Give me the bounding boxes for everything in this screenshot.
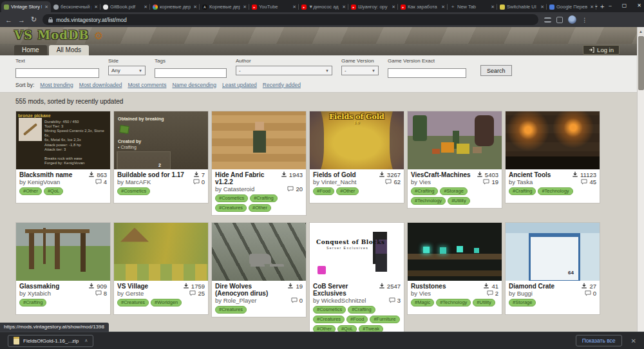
tag-badge[interactable]: #Other <box>19 187 42 195</box>
tag-badge[interactable]: #Crafting <box>19 299 46 307</box>
scrollbar-thumb[interactable] <box>638 36 644 90</box>
mod-title[interactable]: Diamond Crate <box>509 283 554 290</box>
mod-card[interactable]: 64 Diamond Crate 27 by Buggi <box>505 222 600 315</box>
browser-tab[interactable]: Корневые дер ✕ <box>200 1 249 12</box>
show-all-downloads-button[interactable]: Показать все <box>576 335 622 346</box>
tag-badge[interactable]: #Crafting <box>250 194 277 202</box>
browser-tab[interactable]: New Tab ✕ <box>448 1 497 12</box>
tag-badge[interactable]: #Utility <box>448 197 470 205</box>
tag-badge[interactable]: #QoL <box>337 325 357 332</box>
tag-badge[interactable]: #Other <box>249 204 271 212</box>
filter-select[interactable]: Any▼ <box>108 66 146 75</box>
sort-link[interactable]: Most trending <box>40 82 73 88</box>
tab-close-icon[interactable]: ✕ <box>292 5 296 10</box>
mod-thumbnail[interactable]: Fields of Gold1.0 <box>310 111 404 169</box>
page-scrollbar[interactable]: ▲ <box>637 27 644 332</box>
tab-close-icon[interactable]: ✕ <box>143 5 147 10</box>
tag-badge[interactable]: #Tweak <box>359 325 383 332</box>
download-bar-close-icon[interactable]: ✕ <box>631 337 636 344</box>
tag-badge[interactable]: #Other <box>313 325 336 332</box>
mod-thumbnail[interactable] <box>114 223 208 281</box>
close-button[interactable]: ✕ <box>637 3 641 8</box>
forward-button[interactable]: → <box>18 16 25 24</box>
tag-badge[interactable]: #Crafting <box>348 306 375 314</box>
tag-badge[interactable]: #Worldgen <box>151 299 182 307</box>
back-button[interactable]: ← <box>5 16 12 24</box>
sort-link[interactable]: Least updated <box>222 82 257 88</box>
tag-badge[interactable]: #Creatures <box>313 316 345 323</box>
mod-title[interactable]: Glassmaking <box>19 283 59 290</box>
filter-select[interactable]: -▼ <box>341 66 379 75</box>
reload-button[interactable]: ↻ <box>31 15 37 24</box>
tag-badge[interactable]: #Crafting <box>411 187 438 195</box>
mod-card[interactable]: VS Village 1759 by Gerste 25 <box>113 222 209 315</box>
mod-card[interactable]: bronze pickaxeDurability: 450 / 450Tool … <box>15 111 111 203</box>
browser-tab[interactable]: бесконечный р ✕ <box>51 1 100 12</box>
tag-badge[interactable]: #Magic <box>411 299 434 307</box>
mod-title[interactable]: VS Village <box>117 283 148 290</box>
mod-thumbnail[interactable]: 64 <box>506 223 600 281</box>
tag-badge[interactable]: #Storage <box>509 299 536 307</box>
tag-badge[interactable]: #Technology <box>411 197 446 205</box>
tab-close-icon[interactable]: ✕ <box>540 5 544 10</box>
browser-tab[interactable]: Шуангоу: ору ✕ <box>348 1 398 12</box>
tag-badge[interactable]: #Cosmetics <box>215 194 248 202</box>
mod-title[interactable]: Fields of Gold <box>313 171 356 178</box>
extension-icon[interactable] <box>556 17 563 23</box>
tag-badge[interactable]: #Food <box>346 316 368 323</box>
tag-badge[interactable]: #Technology <box>538 187 573 195</box>
maximize-button[interactable]: ▢ <box>622 3 627 8</box>
tag-badge[interactable]: #Cosmetics <box>313 306 346 314</box>
browser-tab[interactable]: Switchable UI - ✕ <box>497 1 547 12</box>
sort-link[interactable]: Name descending <box>172 82 216 88</box>
tag-badge[interactable]: #Creatures <box>117 299 149 307</box>
scrollbar-up-arrow-icon[interactable]: ▲ <box>638 27 644 35</box>
mod-title[interactable]: ViesCraft-Machines <box>411 171 471 178</box>
mod-card[interactable]: Ancient Tools 11123 by Taska 45 <box>505 111 600 203</box>
mod-thumbnail[interactable]: Obtained by breakingCreated by• Crafting… <box>114 111 208 169</box>
tab-close-icon[interactable]: ✕ <box>93 5 98 10</box>
tag-badge[interactable]: #Crafting <box>509 187 536 195</box>
mod-card[interactable]: Conquest of BlocksServer Exclusives CoB … <box>309 222 404 332</box>
site-logo[interactable]: VS ModDB ⚙ <box>14 28 104 42</box>
tab-close-icon[interactable]: ✕ <box>44 5 48 10</box>
tag-badge[interactable]: #QoL <box>44 187 63 195</box>
url-bar[interactable]: mods.vintagestory.at/list/mod <box>43 14 538 25</box>
browser-tab[interactable]: YouTube ✕ <box>249 1 299 12</box>
browser-tab[interactable]: Как заработа ✕ <box>398 1 448 12</box>
filter-input[interactable] <box>15 68 99 78</box>
browser-tab[interactable]: GitBook.pdf ✕ <box>100 1 150 12</box>
mod-title[interactable]: Buildable sod for 1.17 <box>117 171 184 178</box>
browser-tab[interactable]: Vintage Story M ✕ <box>1 1 51 12</box>
mod-card[interactable]: Ruststones 41 by Vies 2 <box>407 222 502 315</box>
browser-menu-icon[interactable]: ⋮ <box>582 17 587 23</box>
tab-close-icon[interactable]: ✕ <box>589 5 594 10</box>
mod-card[interactable]: Obtained by breakingCreated by• Crafting… <box>113 111 209 203</box>
mod-thumbnail[interactable]: Conquest of BlocksServer Exclusives <box>310 223 404 281</box>
tag-badge[interactable]: #Creatures <box>215 204 247 212</box>
mod-thumbnail[interactable] <box>506 111 600 169</box>
mod-title[interactable]: CoB Server Exclusives <box>313 283 376 297</box>
mod-thumbnail[interactable] <box>212 223 306 281</box>
site-nav-tab[interactable]: All Mods <box>49 45 89 55</box>
extension-icon[interactable] <box>544 17 551 23</box>
filter-input[interactable] <box>155 68 227 78</box>
browser-tab[interactable]: корневые дер ✕ <box>150 1 200 12</box>
mod-card[interactable]: Fields of Gold1.0 Fields of Gold 3267 by… <box>309 111 404 203</box>
tab-close-icon[interactable]: ✕ <box>242 5 247 10</box>
tag-badge[interactable]: #Creatures <box>215 306 247 314</box>
tag-badge[interactable]: #Utility <box>473 299 495 307</box>
mod-card[interactable]: Hide And Fabric v1.2.2 1943 by Catastero… <box>211 111 307 216</box>
tag-badge[interactable]: #Furniture <box>370 316 399 323</box>
mod-thumbnail[interactable] <box>408 223 502 281</box>
tab-close-icon[interactable]: ✕ <box>341 5 346 10</box>
mod-card[interactable]: ViesCraft-Machines 5403 by Vies 19 <box>407 111 502 209</box>
sort-link[interactable]: Most comments <box>128 82 166 88</box>
sort-link[interactable]: Recently added <box>263 82 301 88</box>
mod-card[interactable]: Glassmaking 909 by Xytabich 8 <box>15 222 111 315</box>
tab-close-icon[interactable]: ✕ <box>193 5 197 10</box>
mod-thumbnail[interactable] <box>16 223 110 281</box>
tag-badge[interactable]: #Cosmetics <box>117 187 150 195</box>
mod-thumbnail[interactable] <box>408 111 502 169</box>
mod-title[interactable]: Ruststones <box>411 283 446 290</box>
